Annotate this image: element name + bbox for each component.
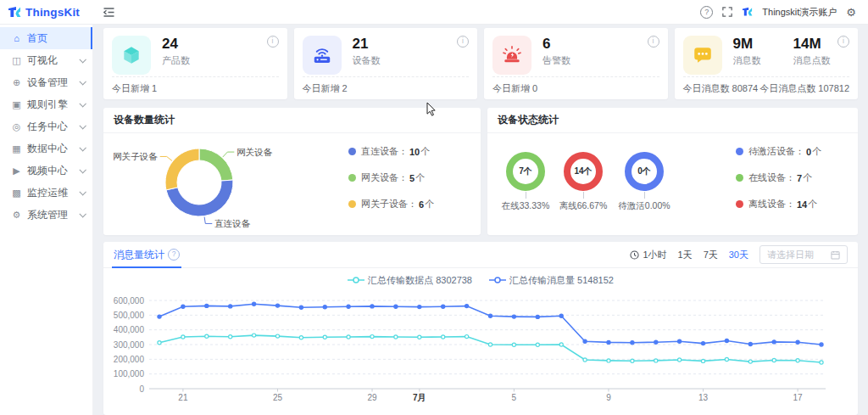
info-icon[interactable]: i: [457, 36, 469, 48]
sidebar-item-home[interactable]: ⌂首页: [0, 27, 92, 49]
series-line: [159, 304, 821, 345]
help-icon[interactable]: ?: [700, 6, 713, 19]
device-status-panel: 设备状态统计 7个在线33.33%14个离线66.67%0个待激活0.00% 待…: [487, 108, 858, 235]
app-logo[interactable]: ThingsKit: [0, 6, 93, 19]
settings-gear-icon[interactable]: ⚙: [846, 7, 856, 18]
legend-marker: [348, 277, 364, 283]
topbar: ThingsKit ? Thingskit演示账户 ⚙: [0, 0, 868, 25]
x-tick-label: 9: [606, 393, 611, 402]
stat-footer-text: 今日消息点数 107812: [760, 82, 849, 95]
logo-text: ThingsKit: [25, 6, 80, 19]
legend-item[interactable]: 直连设备：10个: [348, 145, 434, 158]
sidebar-item-label: 设备管理: [27, 76, 68, 90]
account-avatar[interactable]: [742, 7, 753, 17]
sidebar-item-system-management[interactable]: ⚙系统管理: [0, 204, 92, 226]
stat-label: 产品数: [162, 54, 190, 67]
message-icon: [683, 36, 722, 75]
status-ring[interactable]: 14个离线66.67%: [554, 152, 613, 212]
legend-dot: [736, 200, 743, 208]
stat-card-告警数: 6告警数i今日新增 0: [484, 28, 668, 99]
filter-1天[interactable]: 1天: [678, 249, 693, 261]
device-status-rings: 7个在线33.33%14个离线66.67%0个待激活0.00%: [487, 133, 731, 235]
x-tick-label: 5: [512, 393, 517, 402]
device-count-legend: 直连设备：10个网关设备：5个网关子设备：6个: [348, 145, 434, 210]
status-ring[interactable]: 0个待激活0.00%: [615, 152, 674, 212]
chevron-down-icon: [79, 144, 86, 151]
sidebar-menu: ⌂首页◫可视化⊕设备管理▣规则引擎◎任务中心▦数据中心▶视频中心▩监控运维⚙系统…: [0, 24, 93, 415]
sidebar-item-data-center[interactable]: ▦数据中心: [0, 137, 92, 160]
filter-1小时[interactable]: 1小时: [643, 249, 666, 261]
sidebar-item-monitor-ops[interactable]: ▩监控运维: [0, 182, 92, 204]
legend-dot: [348, 200, 356, 208]
tab-message-volume[interactable]: 消息量统计 ?: [114, 242, 180, 267]
stat-footer-text: 今日新增 0: [492, 82, 537, 95]
chevron-down-icon: [79, 78, 86, 85]
sidebar-item-visualization[interactable]: ◫可视化: [0, 49, 92, 71]
visualization-icon: ◫: [10, 55, 23, 66]
sidebar-item-label: 监控运维: [27, 186, 68, 200]
status-ring-circle: 0个: [625, 152, 664, 191]
stat-value: 21: [353, 36, 381, 52]
home-icon: ⌂: [10, 33, 23, 43]
sidebar-item-rule-engine[interactable]: ▣规则引擎: [0, 93, 92, 115]
tab-help-icon[interactable]: ?: [168, 249, 180, 261]
status-ring[interactable]: 7个在线33.33%: [496, 152, 555, 212]
line-legend-item[interactable]: 汇总传输消息量 5148152: [489, 274, 614, 287]
sidebar-item-label: 视频中心: [27, 164, 68, 178]
status-ring-circle: 14个: [564, 152, 603, 191]
svg-text:0: 0: [139, 384, 144, 394]
legend-dot: [348, 174, 356, 182]
legend-item[interactable]: 待激活设备：0个: [736, 145, 821, 158]
stat-card-设备数: 21设备数i今日新增 2: [294, 28, 478, 99]
filter-7天[interactable]: 7天: [704, 249, 718, 261]
date-picker-input[interactable]: 请选择日期: [760, 245, 848, 264]
legend-item[interactable]: 离线设备：14个: [736, 198, 821, 210]
legend-item[interactable]: 在线设备：7个: [736, 171, 821, 184]
info-icon[interactable]: i: [837, 36, 849, 48]
stat-value: 9M: [733, 36, 761, 52]
thingskit-logo-icon: [8, 6, 21, 19]
info-icon[interactable]: i: [267, 36, 279, 48]
sidebar-item-device-management[interactable]: ⊕设备管理: [0, 71, 92, 93]
stat-footer-text: 今日消息数 80874: [683, 82, 759, 95]
device-count-title: 设备数量统计: [103, 108, 481, 133]
account-name[interactable]: Thingskit演示账户: [762, 6, 837, 19]
info-icon[interactable]: i: [648, 36, 659, 48]
sidebar-collapse-icon[interactable]: [103, 8, 114, 17]
video-icon: ▶: [10, 165, 23, 177]
stat-label: 消息数: [733, 54, 761, 67]
line-legend-item[interactable]: 汇总传输数据点 8302738: [348, 274, 472, 287]
x-tick-label: 13: [698, 393, 709, 402]
svg-text:600,000: 600,000: [114, 296, 145, 306]
sidebar-item-label: 规则引擎: [27, 98, 68, 112]
filter-30天[interactable]: 30天: [729, 249, 748, 261]
sidebar-item-label: 首页: [27, 31, 47, 46]
chevron-down-icon: [79, 210, 86, 217]
stat-footer-text: 今日新增 2: [303, 82, 348, 95]
main-content: 24产品数i今日新增 121设备数i今日新增 26告警数i今日新增 09M消息数…: [93, 24, 868, 415]
stat-card-消息数: 9M消息数14M消息点数i今日消息数 80874今日消息点数 107812: [675, 28, 859, 99]
device-count-donut-chart: 网关设备直连设备网关子设备: [103, 133, 358, 235]
legend-item[interactable]: 网关子设备：6个: [348, 198, 434, 210]
sidebar-item-label: 任务中心: [27, 120, 68, 134]
legend-dot: [736, 148, 743, 155]
router-icon: [303, 36, 342, 75]
cube-icon: [112, 36, 151, 75]
fullscreen-icon[interactable]: [722, 7, 732, 17]
chevron-down-icon: [79, 56, 86, 63]
message-volume-line-chart: 0100,000200,000300,000400,000500,000600,…: [105, 289, 856, 415]
sidebar-item-task-center[interactable]: ◎任务中心: [0, 115, 92, 137]
data-icon: ▦: [10, 143, 23, 154]
calendar-icon: [831, 250, 840, 260]
gear-icon: ⚙: [10, 210, 23, 221]
legend-dot: [736, 174, 743, 182]
donut-slice[interactable]: [165, 149, 199, 190]
donut-slice[interactable]: [199, 149, 233, 181]
legend-item[interactable]: 网关设备：5个: [348, 171, 434, 184]
x-tick-label: 25: [273, 393, 283, 402]
donut-slice-label: 网关子设备: [113, 151, 158, 161]
alarm-icon: [492, 36, 531, 75]
stat-value: 6: [542, 36, 570, 52]
status-ring-circle: 7个: [506, 152, 545, 191]
sidebar-item-video-center[interactable]: ▶视频中心: [0, 160, 92, 182]
